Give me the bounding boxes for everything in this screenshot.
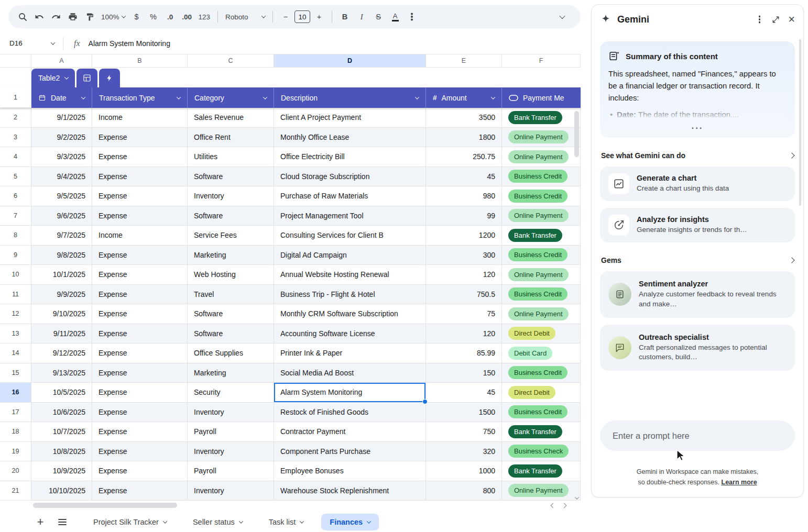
cell-date[interactable]: 9/2/2025 xyxy=(31,128,92,148)
row-header[interactable]: 1 xyxy=(0,87,31,108)
cell-reference-box[interactable]: D16 xyxy=(0,39,63,47)
cell-amount[interactable]: 120 xyxy=(426,324,502,344)
strikethrough-button[interactable]: S xyxy=(370,9,386,25)
cell-transaction-type[interactable]: Expense xyxy=(92,481,188,501)
cell-amount[interactable]: 85.99 xyxy=(426,343,502,363)
row-header[interactable]: 15 xyxy=(0,363,31,383)
cell-transaction-type[interactable]: Expense xyxy=(92,265,188,285)
learn-more-link[interactable]: Learn more xyxy=(722,479,757,486)
cell-transaction-type[interactable]: Expense xyxy=(92,324,188,344)
table-actions-button[interactable] xyxy=(99,69,120,87)
cell-date[interactable]: 10/8/2025 xyxy=(31,442,92,462)
cell-date[interactable]: 9/13/2025 xyxy=(31,363,92,383)
cell-transaction-type[interactable]: Expense xyxy=(92,167,188,187)
cell-date[interactable]: 9/11/2025 xyxy=(31,324,92,344)
cell-category[interactable]: Sales Revenue xyxy=(188,108,274,128)
cell-description[interactable]: Digital Ad Campaign xyxy=(274,246,426,265)
cell-amount[interactable]: 750.5 xyxy=(426,285,502,305)
cell-amount[interactable]: 45 xyxy=(426,167,502,187)
cell-description[interactable]: Contractor Payment xyxy=(274,422,426,442)
row-header[interactable]: 14 xyxy=(0,343,31,363)
increase-font-size-button[interactable]: + xyxy=(311,9,327,25)
select-all-corner[interactable] xyxy=(0,54,31,67)
header-transaction-type[interactable]: Transaction Type xyxy=(92,87,188,108)
sheet-tab-task-list[interactable]: Task list xyxy=(260,514,312,530)
row-header[interactable]: 18 xyxy=(0,422,31,442)
cell-payment-method[interactable]: Business Credit xyxy=(502,246,581,265)
row-header[interactable]: 8 xyxy=(0,226,31,246)
cell-description[interactable]: Project Management Tool xyxy=(274,206,426,226)
cell-description[interactable]: Client A Project Payment xyxy=(274,108,426,128)
expand-summary-button[interactable]: ... xyxy=(608,121,787,131)
text-color-button[interactable]: A xyxy=(387,9,403,25)
cell-amount[interactable]: 800 xyxy=(426,481,502,501)
row-header[interactable]: 19 xyxy=(0,442,31,462)
header-amount[interactable]: # Amount xyxy=(426,87,502,108)
cell-amount[interactable]: 45 xyxy=(426,383,502,403)
cell-category[interactable]: Office Rent xyxy=(188,128,274,148)
column-header-b[interactable]: B xyxy=(92,54,188,67)
cell-description[interactable]: Accounting Software License xyxy=(274,324,426,344)
cell-description[interactable]: Purchase of Raw Materials xyxy=(274,186,426,206)
cell-date[interactable]: 10/5/2025 xyxy=(31,383,92,403)
cell-category[interactable]: Service Fees xyxy=(188,226,274,246)
cell-transaction-type[interactable]: Expense xyxy=(92,186,188,206)
cell-payment-method[interactable]: Online Payment xyxy=(502,147,581,167)
cell-payment-method[interactable]: Bank Transfer xyxy=(502,108,581,128)
paint-format-button[interactable] xyxy=(82,9,97,25)
row-header[interactable]: 6 xyxy=(0,186,31,206)
cell-payment-method[interactable]: Business Credit xyxy=(502,403,581,423)
row-header[interactable]: 11 xyxy=(0,285,31,305)
cell-category[interactable]: Web Hosting xyxy=(188,265,274,285)
cell-payment-method[interactable]: Business Check xyxy=(502,442,581,462)
cell-transaction-type[interactable]: Expense xyxy=(92,461,188,481)
scroll-right-arrow[interactable] xyxy=(562,503,567,508)
formula-input[interactable]: Alarm System Monitoring xyxy=(89,39,170,48)
cell-payment-method[interactable]: Bank Transfer xyxy=(502,422,581,442)
row-header[interactable]: 4 xyxy=(0,147,31,167)
vertical-scrollbar[interactable] xyxy=(574,111,579,157)
cell-category[interactable]: Inventory xyxy=(188,186,274,206)
cell-category[interactable]: Payroll xyxy=(188,461,274,481)
cell-date[interactable]: 9/7/2025 xyxy=(31,226,92,246)
redo-button[interactable] xyxy=(48,9,64,25)
header-payment-method[interactable]: Payment Me xyxy=(502,87,581,108)
cell-payment-method[interactable]: Direct Debit xyxy=(502,324,581,344)
column-header-a[interactable]: A xyxy=(31,54,92,67)
gemini-prompt-input[interactable] xyxy=(600,420,795,451)
more-formats-button[interactable]: 123 xyxy=(196,9,213,25)
panel-scrollbar[interactable] xyxy=(799,39,801,206)
row-header[interactable]: 5 xyxy=(0,167,31,187)
hide-menus-button[interactable] xyxy=(554,9,570,25)
cell-date[interactable]: 9/3/2025 xyxy=(31,147,92,167)
close-icon[interactable]: × xyxy=(788,14,795,25)
cell-transaction-type[interactable]: Expense xyxy=(92,422,188,442)
scroll-down-arrow[interactable] xyxy=(575,492,578,502)
sheet-tab-project-silk-tracker[interactable]: Project Silk Tracker xyxy=(85,514,175,530)
scroll-left-arrow[interactable] xyxy=(551,503,556,508)
sheet-tab-seller-status[interactable]: Seller status xyxy=(184,514,251,530)
cell-payment-method[interactable]: Online Payment xyxy=(502,128,581,148)
kebab-menu-button[interactable] xyxy=(759,18,761,20)
row-header[interactable]: 20 xyxy=(0,461,31,481)
cell-amount[interactable]: 99 xyxy=(426,206,502,226)
format-currency-button[interactable]: $ xyxy=(129,9,145,25)
cell-transaction-type[interactable]: Expense xyxy=(92,442,188,462)
cell-transaction-type[interactable]: Expense xyxy=(92,285,188,305)
row-header[interactable]: 21 xyxy=(0,481,31,501)
header-description[interactable]: Description xyxy=(274,87,426,108)
italic-button[interactable]: I xyxy=(354,9,369,25)
cell-amount[interactable]: 1000 xyxy=(426,461,502,481)
column-header-f[interactable]: F xyxy=(502,54,581,67)
cell-category[interactable]: Security xyxy=(188,383,274,403)
cell-amount[interactable]: 1800 xyxy=(426,128,502,148)
cell-payment-method[interactable]: Business Credit xyxy=(502,186,581,206)
add-sheet-button[interactable]: + xyxy=(31,513,49,531)
cell-transaction-type[interactable]: Expense xyxy=(92,363,188,383)
cell-transaction-type[interactable]: Income xyxy=(92,108,188,128)
cell-date[interactable]: 10/9/2025 xyxy=(31,461,92,481)
cell-date[interactable]: 9/9/2025 xyxy=(31,285,92,305)
gems-section[interactable]: Gems xyxy=(600,256,795,264)
cell-description[interactable]: Business Trip - Flight & Hotel xyxy=(274,285,426,305)
cell-description[interactable]: Social Media Ad Boost xyxy=(274,363,426,383)
